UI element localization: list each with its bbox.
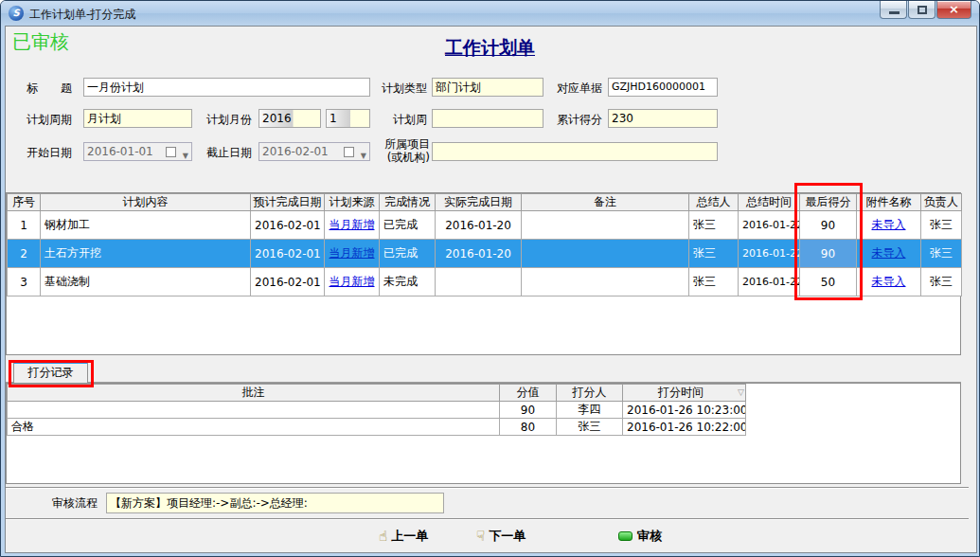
window: S 工作计划单-打分完成 × 已审核 工作计划单 标 题 一月份计划 计划类型 … xyxy=(0,0,980,557)
plan-grid-panel: 序号 计划内容 预计完成日期 计划来源 完成情况 实际完成日期 备注 总结人 总… xyxy=(6,192,961,355)
maximize-button[interactable] xyxy=(908,1,935,19)
doc-field[interactable]: GZJHD160000001 xyxy=(608,78,718,97)
cell-remarks xyxy=(522,211,689,240)
col-header-completion: 完成情况 xyxy=(380,194,436,211)
start-date-picker[interactable]: 2016-01-01 ▼ xyxy=(83,142,192,161)
attachment-link[interactable]: 未导入 xyxy=(872,275,906,288)
table-row[interactable]: 3 基础浇制 2016-02-01 当月新增 未完成 张三 2016-01-22… xyxy=(8,268,962,296)
end-date-picker[interactable]: 2016-02-01 ▼ xyxy=(258,142,370,161)
cell-actual-date: 2016-01-20 xyxy=(436,240,522,268)
table-row[interactable]: 1 钢材加工 2016-02-01 当月新增 已完成 2016-01-20 张三… xyxy=(8,211,962,240)
title-label: 标 题 xyxy=(18,81,72,95)
cell-final-score: 50 xyxy=(800,268,857,296)
app-logo-icon: S xyxy=(9,6,24,21)
month-spinner[interactable]: 1 xyxy=(326,109,370,128)
week-label: 计划周 xyxy=(375,113,427,126)
col-header-actual-date: 实际完成日期 xyxy=(436,194,522,211)
cell-summarizer: 张三 xyxy=(689,211,739,240)
start-date-value: 2016-01-01 xyxy=(87,145,153,158)
col-header-seq: 序号 xyxy=(8,194,41,211)
calendar-icon xyxy=(166,147,176,157)
window-title: 工作计划单-打分完成 xyxy=(29,7,135,23)
plan-table: 序号 计划内容 预计完成日期 计划来源 完成情况 实际完成日期 备注 总结人 总… xyxy=(7,193,962,296)
cell-seq: 1 xyxy=(8,211,41,240)
audit-button[interactable]: 审核 xyxy=(618,528,662,545)
col-header-scorer[interactable]: 打分人 xyxy=(557,385,623,402)
cell-final-score: 90 xyxy=(800,240,857,268)
total-score-field[interactable]: 230 xyxy=(608,109,718,128)
plan-type-label: 计划类型 xyxy=(375,81,427,95)
prev-doc-button[interactable]: ☝上一单 xyxy=(379,528,428,545)
cell-summarizer: 张三 xyxy=(689,240,739,268)
col-header-summarizer: 总结人 xyxy=(689,194,739,211)
audit-label: 审核 xyxy=(637,529,662,543)
cell-final-score: 90 xyxy=(800,211,857,240)
cell-score-time: 2016-01-26 10:23:00 xyxy=(623,402,746,419)
end-date-value: 2016-02-01 xyxy=(262,145,329,158)
col-header-source: 计划来源 xyxy=(325,194,380,211)
cell-expected-date: 2016-02-01 xyxy=(251,240,325,268)
plan-type-field[interactable]: 部门计划 xyxy=(432,78,543,97)
end-date-label: 截止日期 xyxy=(200,146,252,159)
next-doc-label: 下一单 xyxy=(489,529,526,543)
close-button[interactable]: × xyxy=(936,1,971,19)
cell-seq: 2 xyxy=(8,240,41,268)
titlebar[interactable]: S 工作计划单-打分完成 × xyxy=(1,1,979,26)
hand-up-icon: ☝ xyxy=(379,528,387,545)
cell-content: 钢材加工 xyxy=(41,211,251,240)
project-label: 所属项目(或机构) xyxy=(376,137,430,164)
col-header-summary-time: 总结时间 xyxy=(739,194,800,211)
minimize-button[interactable] xyxy=(880,1,907,19)
cell-comment xyxy=(8,402,500,419)
attachment-link[interactable]: 未导入 xyxy=(872,246,906,260)
cell-content: 土石方开挖 xyxy=(41,240,251,268)
cell-remarks xyxy=(522,240,689,268)
flow-field[interactable]: 【新方案】项目经理:->副总:->总经理: xyxy=(106,493,444,513)
plan-source-link[interactable]: 当月新增 xyxy=(330,246,375,260)
green-led-icon xyxy=(618,531,633,541)
month-label: 计划月份 xyxy=(200,113,252,126)
cell-actual-date xyxy=(436,268,522,296)
cell-summary-time: 2016-01-22 11:32:00 xyxy=(739,268,800,296)
table-row-selected[interactable]: 2 土石方开挖 2016-02-01 当月新增 已完成 2016-01-20 张… xyxy=(8,240,962,268)
page-title: 工作计划单 xyxy=(445,37,535,58)
sort-desc-icon[interactable]: ▽ xyxy=(738,387,744,397)
flow-label: 审核流程 xyxy=(41,496,98,510)
col-header-comment[interactable]: 批注 xyxy=(8,385,500,402)
col-header-score-time[interactable]: ▽ 打分时间 xyxy=(623,385,746,402)
col-header-score[interactable]: 分值 xyxy=(500,385,557,402)
cell-score-time: 2016-01-26 10:22:00 xyxy=(623,419,746,436)
chevron-down-icon[interactable]: ▼ xyxy=(361,148,366,161)
tab-score-record[interactable]: 打分记录 xyxy=(13,361,88,384)
score-grid-panel: 批注 分值 打分人 ▽ 打分时间 90 李四 2016-01-26 10:23:… xyxy=(6,383,961,484)
score-row[interactable]: 合格 80 张三 2016-01-26 10:22:00 xyxy=(8,419,746,436)
cell-score: 80 xyxy=(500,419,557,436)
cycle-label: 计划周期 xyxy=(18,113,72,126)
next-doc-button[interactable]: ☟下一单 xyxy=(476,528,526,545)
score-table: 批注 分值 打分人 ▽ 打分时间 90 李四 2016-01-26 10:23:… xyxy=(7,384,746,436)
cell-owner: 张三 xyxy=(921,240,962,268)
cell-summary-time: 2016-01-22 11:32:00 xyxy=(739,211,800,240)
score-tabbar xyxy=(6,358,961,383)
col-header-content: 计划内容 xyxy=(41,194,251,211)
year-spinner[interactable]: 2016 xyxy=(258,109,321,128)
col-header-expected-date: 预计完成日期 xyxy=(251,194,325,211)
cell-scorer: 张三 xyxy=(557,419,623,436)
project-field[interactable] xyxy=(432,142,718,161)
page-title-wrap: 工作计划单 xyxy=(1,36,979,61)
hand-down-icon: ☟ xyxy=(476,528,485,545)
plan-source-link[interactable]: 当月新增 xyxy=(330,218,375,231)
cell-expected-date: 2016-02-01 xyxy=(251,268,325,296)
cell-actual-date: 2016-01-20 xyxy=(436,211,522,240)
plan-source-link[interactable]: 当月新增 xyxy=(330,275,375,288)
cell-owner: 张三 xyxy=(921,211,962,240)
cell-content: 基础浇制 xyxy=(41,268,251,296)
score-row[interactable]: 90 李四 2016-01-26 10:23:00 xyxy=(8,402,746,419)
attachment-link[interactable]: 未导入 xyxy=(872,218,906,231)
cell-completion: 已完成 xyxy=(380,211,436,240)
chevron-down-icon[interactable]: ▼ xyxy=(183,148,188,161)
cycle-field[interactable]: 月计划 xyxy=(83,109,192,128)
week-field[interactable] xyxy=(432,109,543,128)
plan-table-header-row: 序号 计划内容 预计完成日期 计划来源 完成情况 实际完成日期 备注 总结人 总… xyxy=(8,194,962,211)
title-field[interactable]: 一月份计划 xyxy=(83,78,370,97)
